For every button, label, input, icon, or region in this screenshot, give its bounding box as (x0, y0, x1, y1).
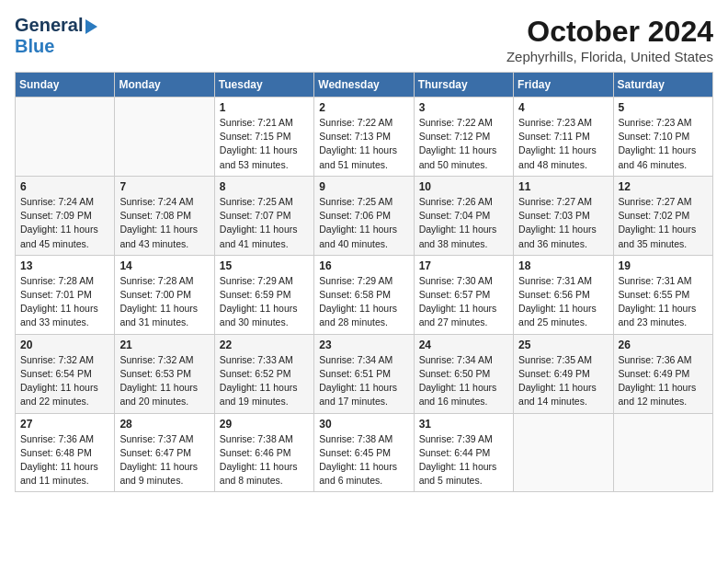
cell-line: Sunrise: 7:22 AM (319, 116, 408, 130)
cell-line: Daylight: 11 hours (319, 302, 408, 316)
cell-line: Sunrise: 7:36 AM (619, 353, 708, 367)
header-cell-saturday: Saturday (613, 73, 712, 98)
cell-line: and 5 minutes. (419, 474, 508, 488)
calendar-cell: 26Sunrise: 7:36 AMSunset: 6:49 PMDayligh… (613, 334, 712, 413)
day-content: Sunrise: 7:31 AMSunset: 6:56 PMDaylight:… (518, 274, 608, 330)
cell-line: Daylight: 11 hours (119, 302, 209, 316)
cell-line: Daylight: 11 hours (319, 223, 408, 236)
calendar-cell: 15Sunrise: 7:29 AMSunset: 6:59 PMDayligh… (214, 255, 313, 334)
cell-line: and 20 minutes. (119, 395, 209, 408)
cell-line: Sunset: 7:11 PM (518, 130, 608, 144)
cell-line: Sunrise: 7:28 AM (20, 274, 109, 288)
cell-line: and 27 minutes. (419, 316, 508, 329)
calendar-cell: 7Sunrise: 7:24 AMSunset: 7:08 PMDaylight… (115, 176, 214, 255)
cell-line: and 31 minutes. (119, 316, 209, 329)
cell-line: and 22 minutes. (20, 395, 109, 408)
cell-line: Sunset: 6:52 PM (220, 367, 309, 381)
cell-line: Daylight: 11 hours (220, 223, 309, 236)
day-content: Sunrise: 7:25 AMSunset: 7:07 PMDaylight:… (220, 195, 309, 251)
cell-line: Sunset: 6:55 PM (619, 288, 708, 302)
day-content: Sunrise: 7:35 AMSunset: 6:49 PMDaylight:… (518, 353, 608, 409)
calendar-cell: 23Sunrise: 7:34 AMSunset: 6:51 PMDayligh… (314, 334, 414, 413)
day-content: Sunrise: 7:21 AMSunset: 7:15 PMDaylight:… (220, 116, 309, 172)
cell-line: Daylight: 11 hours (419, 302, 508, 316)
cell-line: Sunrise: 7:36 AM (20, 432, 109, 446)
cell-line: Sunset: 6:57 PM (419, 288, 508, 302)
calendar-cell: 12Sunrise: 7:27 AMSunset: 7:02 PMDayligh… (613, 176, 712, 255)
cell-line: Sunrise: 7:35 AM (518, 353, 608, 367)
cell-line: Sunset: 6:54 PM (20, 367, 109, 381)
cell-line: Sunrise: 7:29 AM (220, 274, 309, 288)
cell-line: Sunset: 7:12 PM (419, 130, 508, 144)
day-number: 7 (119, 180, 209, 193)
cell-line: Sunset: 7:08 PM (119, 209, 209, 223)
cell-line: and 45 minutes. (20, 237, 109, 251)
calendar-cell: 2Sunrise: 7:22 AMSunset: 7:13 PMDaylight… (314, 98, 414, 177)
header-cell-monday: Monday (115, 73, 214, 98)
cell-line: Sunset: 7:02 PM (619, 209, 708, 223)
logo: General Blue (15, 15, 97, 57)
cell-line: Sunrise: 7:27 AM (619, 195, 708, 209)
day-content: Sunrise: 7:30 AMSunset: 6:57 PMDaylight:… (419, 274, 508, 330)
cell-line: and 48 minutes. (518, 158, 608, 172)
day-content: Sunrise: 7:29 AMSunset: 6:58 PMDaylight:… (319, 274, 408, 330)
day-number: 19 (619, 259, 708, 272)
calendar-cell: 16Sunrise: 7:29 AMSunset: 6:58 PMDayligh… (314, 255, 414, 334)
cell-line: Sunset: 7:01 PM (20, 288, 109, 302)
calendar-cell: 21Sunrise: 7:32 AMSunset: 6:53 PMDayligh… (115, 334, 214, 413)
calendar-cell: 27Sunrise: 7:36 AMSunset: 6:48 PMDayligh… (16, 413, 115, 492)
day-number: 31 (419, 418, 508, 431)
day-number: 21 (119, 339, 209, 351)
cell-line: Sunrise: 7:31 AM (518, 274, 608, 288)
header-cell-tuesday: Tuesday (214, 73, 313, 98)
cell-line: Sunrise: 7:29 AM (319, 274, 408, 288)
calendar-cell: 20Sunrise: 7:32 AMSunset: 6:54 PMDayligh… (16, 334, 115, 413)
day-number: 5 (619, 101, 708, 114)
day-content: Sunrise: 7:29 AMSunset: 6:59 PMDaylight:… (220, 274, 309, 330)
calendar-week-5: 27Sunrise: 7:36 AMSunset: 6:48 PMDayligh… (16, 413, 713, 492)
cell-line: Daylight: 11 hours (319, 144, 408, 157)
cell-line: Sunset: 7:00 PM (119, 288, 209, 302)
header-cell-wednesday: Wednesday (314, 73, 414, 98)
day-number: 12 (619, 180, 708, 193)
calendar-week-2: 6Sunrise: 7:24 AMSunset: 7:09 PMDaylight… (16, 176, 713, 255)
cell-line: and 25 minutes. (518, 316, 608, 329)
cell-line: and 30 minutes. (220, 316, 309, 329)
cell-line: Sunrise: 7:38 AM (220, 432, 309, 446)
calendar-cell (115, 98, 214, 177)
calendar-week-3: 13Sunrise: 7:28 AMSunset: 7:01 PMDayligh… (16, 255, 713, 334)
day-content: Sunrise: 7:37 AMSunset: 6:47 PMDaylight:… (119, 432, 209, 488)
cell-line: Daylight: 11 hours (119, 223, 209, 236)
day-number: 16 (319, 259, 408, 272)
cell-line: Daylight: 11 hours (518, 144, 608, 157)
cell-line: Daylight: 11 hours (220, 302, 309, 316)
calendar-header: SundayMondayTuesdayWednesdayThursdayFrid… (16, 73, 713, 98)
day-content: Sunrise: 7:32 AMSunset: 6:53 PMDaylight:… (119, 353, 209, 409)
day-content: Sunrise: 7:26 AMSunset: 7:04 PMDaylight:… (419, 195, 508, 251)
cell-line: Sunrise: 7:39 AM (419, 432, 508, 446)
day-number: 2 (319, 101, 408, 114)
cell-line: and 11 minutes. (20, 474, 109, 488)
cell-line: Daylight: 11 hours (20, 381, 109, 395)
day-number: 1 (220, 101, 309, 114)
day-content: Sunrise: 7:39 AMSunset: 6:44 PMDaylight:… (419, 432, 508, 488)
cell-line: and 43 minutes. (119, 237, 209, 251)
day-content: Sunrise: 7:34 AMSunset: 6:51 PMDaylight:… (319, 353, 408, 409)
day-content: Sunrise: 7:28 AMSunset: 7:01 PMDaylight:… (20, 274, 109, 330)
title-block: October 2024 Zephyrhills, Florida, Unite… (506, 15, 713, 64)
cell-line: and 9 minutes. (119, 474, 209, 488)
day-number: 18 (518, 259, 608, 272)
cell-line: Sunset: 6:58 PM (319, 288, 408, 302)
day-number: 4 (518, 101, 608, 114)
cell-line: Sunrise: 7:31 AM (619, 274, 708, 288)
cell-line: Daylight: 11 hours (419, 144, 508, 157)
cell-line: Sunset: 6:51 PM (319, 367, 408, 381)
cell-line: and 46 minutes. (619, 158, 708, 172)
calendar-cell: 18Sunrise: 7:31 AMSunset: 6:56 PMDayligh… (514, 255, 613, 334)
cell-line: Daylight: 11 hours (619, 302, 708, 316)
cell-line: and 53 minutes. (220, 158, 309, 172)
cell-line: Sunset: 6:53 PM (119, 367, 209, 381)
day-content: Sunrise: 7:22 AMSunset: 7:13 PMDaylight:… (319, 116, 408, 172)
cell-line: Daylight: 11 hours (319, 381, 408, 395)
cell-line: Sunset: 6:48 PM (20, 446, 109, 460)
